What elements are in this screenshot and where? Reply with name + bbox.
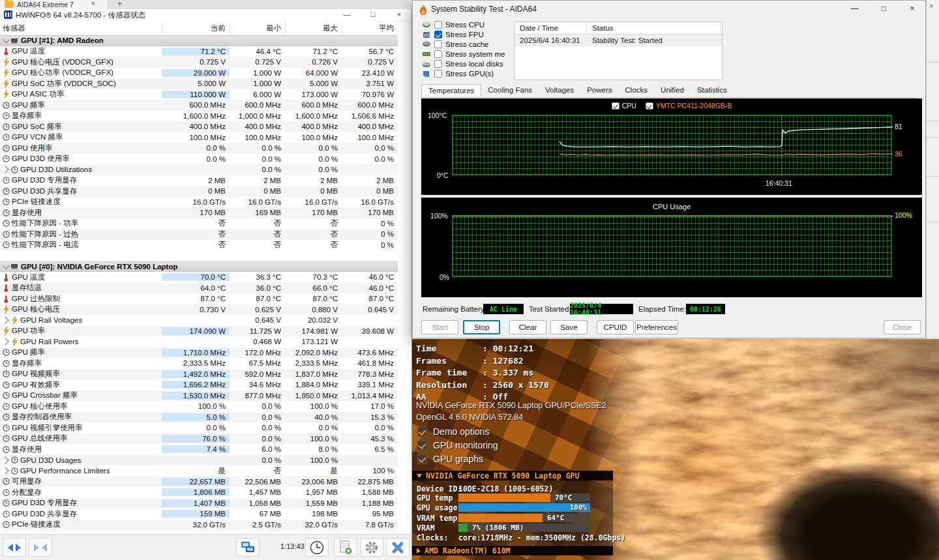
tab-unified[interactable]: Unified (654, 84, 691, 96)
chevron-right-icon[interactable] (1, 166, 8, 173)
column-header-1[interactable]: 当前 (162, 21, 230, 35)
tab-cooling-fans[interactable]: Cooling Fans (481, 84, 539, 96)
collapse-columns-button[interactable] (29, 538, 52, 557)
sensor-row[interactable]: 可用显存22,657 MB22,506 MB23,006 MB22,875 MB (0, 477, 398, 488)
sensor-row[interactable]: GPU 过热限制87.0 °C87.0 °C87.0 °C87.0 °C (0, 293, 398, 304)
sensor-row[interactable]: 显存使用170 MB169 MB170 MB170 MB (0, 207, 398, 218)
checked-checkbox[interactable] (417, 454, 427, 464)
chevron-right-icon[interactable] (1, 456, 8, 464)
sensor-row[interactable]: GPU 使用率0.0 %0.0 %0.0 %0.0 % (0, 143, 398, 154)
clear-button[interactable]: Clear (509, 320, 546, 334)
tab-close-icon[interactable]: × (91, 0, 95, 7)
sensor-row[interactable]: PCIe 链接速度32.0 GT/s2.5 GT/s32.0 GT/s7.8 G… (0, 520, 398, 531)
sensor-row[interactable]: GPU D3D 使用率0.0 %0.0 %0.0 %0.0 % (0, 154, 398, 165)
legend-item[interactable]: CPU (612, 102, 636, 110)
sensor-row[interactable]: GPU 视频引擎使用率0.0 %0.0 %0.0 %0.0 % (0, 422, 398, 434)
sensor-row[interactable]: 性能下降原因 - 功率否否否0 % (0, 218, 398, 229)
sensor-row[interactable]: GPU SoC 频率400.0 MHz400.0 MHz400.0 MHz400… (0, 121, 398, 132)
close-test-button[interactable]: Close (884, 320, 921, 334)
minimize-button[interactable]: — (841, 1, 869, 18)
chevron-down-icon[interactable] (3, 36, 10, 43)
cpuid-button[interactable]: CPUID (597, 320, 634, 334)
sensor-row[interactable]: GPU Performance Limiters是否是100 % (0, 465, 398, 477)
tab-temperatures[interactable]: Temperatures (421, 84, 481, 96)
tab-powers[interactable]: Powers (580, 84, 618, 96)
stress-option-stress-cache[interactable]: Stress cache (422, 40, 488, 49)
tab-clocks[interactable]: Clocks (619, 84, 655, 96)
sensor-table-header[interactable]: 传感器当前最小最大平均 (0, 21, 398, 36)
column-header-3[interactable]: 最大 (285, 21, 342, 35)
sensor-row[interactable]: 显存结温64.0 °C36.0 °C66.0 °C46.0 °C (0, 283, 398, 294)
sensor-row[interactable]: GPU D3D 共享显存0 MB0 MB0 MB0 MB (0, 186, 398, 197)
chevron-right-icon[interactable] (1, 317, 8, 324)
sensor-row[interactable]: GPU D3D Usages0.0 %100.0 % (0, 455, 398, 466)
legend-checkbox[interactable] (646, 102, 653, 110)
column-header-0[interactable]: 传感器 (0, 21, 162, 35)
sensor-row[interactable]: GPU 总线使用率76.0 %0.0 %100.0 %45.3 % (0, 434, 398, 445)
expand-columns-button[interactable] (3, 538, 26, 557)
stress-option-stress-fpu[interactable]: 123Stress FPU (422, 30, 484, 39)
legend-checkbox[interactable] (612, 102, 619, 110)
chevron-right-icon[interactable] (1, 338, 8, 346)
sensor-row[interactable]: 显存使用7.4 %6.0 %8.0 %6.5 % (0, 444, 398, 455)
option-gpu-graphs[interactable]: GPU graphs (417, 454, 483, 464)
sensor-row[interactable]: GPU 核心电压0.730 V0.625 V0.880 V0.645 V (0, 304, 398, 316)
sensor-row[interactable]: 分配显存1,806 MB1,457 MB1,957 MB1,588 MB (0, 487, 398, 498)
save-button[interactable]: Save (550, 320, 588, 334)
sensor-row[interactable]: GPU 温度70.0 °C36.3 °C70.3 °C46.0 °C (0, 272, 398, 283)
checked-checkbox[interactable] (417, 427, 427, 437)
tab-statistics[interactable]: Statistics (691, 84, 734, 96)
sensor-row[interactable]: 显存频率1,600.0 MHz1,000.0 MHz1,600.0 MHz1,5… (0, 111, 398, 122)
sensor-row[interactable]: GPU ASIC 功率110.000 W6.000 W173.000 W70.9… (0, 89, 398, 100)
sensor-section-header[interactable]: GPU [#0]: NVIDIA GeForce RTX 5090 Laptop (0, 261, 398, 273)
sensor-row[interactable]: GPU D3D 专用显存1,407 MB1,058 MB1,559 MB1,18… (0, 498, 398, 509)
legend-item[interactable]: YMTC PC411-2048GB-B (646, 102, 732, 110)
option-gpu-monitoring[interactable]: GPU monitoring (417, 440, 498, 450)
column-header-4[interactable]: 平均 (342, 21, 398, 35)
checkbox[interactable] (434, 40, 442, 48)
checkbox[interactable] (434, 50, 442, 58)
sensor-row[interactable]: GPU D3D Utilizations0.0 %0.0 % (0, 164, 398, 175)
sensor-row[interactable]: GPU 温度71.2 °C46.4 °C71.2 °C56.7 °C (0, 46, 398, 57)
sensor-row[interactable]: GPU 核心功率 (VDDCR_GFX)29.000 W1.000 W64.00… (0, 68, 398, 79)
sensor-row[interactable]: GPU Rail Voltages0.645 V20.032 V (0, 315, 398, 326)
sensor-row[interactable]: 性能下降原因 - 过热否否否0 % (0, 229, 398, 240)
close-button[interactable]: × (898, 1, 927, 18)
sensor-row[interactable]: GPU 频率1,710.0 MHz172.0 MHz2,092.0 MHz473… (0, 347, 398, 359)
log-row[interactable]: 2025/6/4 16:40:31Stability Test: Started (514, 35, 722, 46)
settings-gear-button[interactable] (360, 538, 383, 557)
new-tab-icon[interactable]: + (117, 0, 122, 8)
sensor-row[interactable]: GPU 功率174.090 W11.725 W174.981 W39.608 W (0, 326, 398, 337)
checkbox[interactable] (434, 21, 442, 29)
nvidia-gpu-header[interactable]: NVIDIA GeForce RTX 5090 Laptop GPU (412, 471, 613, 480)
checked-checkbox[interactable] (417, 441, 427, 450)
sensor-row[interactable]: GPU Crossbar 频率1,530.0 MHz877.0 MHz1,950… (0, 391, 398, 402)
checkbox[interactable] (434, 70, 442, 78)
close-icon[interactable]: × (929, 2, 933, 10)
checkbox[interactable] (434, 31, 442, 38)
stability-log-table[interactable]: Date / Time Status 2025/6/4 16:40:31Stab… (514, 22, 723, 80)
maximize-button[interactable]: □ (360, 9, 386, 21)
report-add-button[interactable] (334, 538, 357, 557)
stress-option-stress-local-disks[interactable]: Stress local disks (422, 59, 503, 68)
column-header-2[interactable]: 最小 (230, 21, 285, 35)
sensor-row[interactable]: GPU 视频频率1,492.0 MHz592.0 MHz1,837.0 MHz7… (0, 369, 398, 380)
start-button[interactable]: Start (421, 320, 458, 334)
stress-option-stress-gpu-s-[interactable]: Stress GPU(s) (422, 69, 494, 78)
sensor-row[interactable]: GPU Rail Powers0.468 W173.121 W (0, 336, 398, 347)
minimize-button[interactable]: — (334, 9, 360, 21)
sensor-row[interactable]: GPU 有效频率1,696.2 MHz34.6 MHz1,884.0 MHz33… (0, 379, 398, 391)
stress-option-stress-system-memory[interactable]: Stress system memory (422, 50, 505, 59)
stop-button[interactable]: Stop (463, 320, 500, 334)
amd-gpu-header[interactable]: AMD Radeon(TM) 610M (412, 546, 613, 555)
remote-sensor-button[interactable] (236, 538, 260, 557)
chevron-down-icon[interactable] (3, 262, 10, 269)
sensor-row[interactable]: GPU D3D 专用显存2 MB2 MB2 MB2 MB (0, 175, 398, 186)
checkbox[interactable] (434, 60, 442, 68)
sensor-row[interactable]: 显存控制器使用率5.0 %0.0 %40.0 %15.3 % (0, 412, 398, 423)
sensor-row[interactable]: GPU 频率600.0 MHz600.0 MHz600.0 MHz600.0 M… (0, 100, 398, 111)
chevron-right-icon[interactable] (1, 467, 8, 475)
tab-voltages[interactable]: Voltages (539, 84, 580, 96)
sensor-section-header[interactable]: GPU [#1]: AMD Radeon (0, 35, 398, 46)
sensor-row[interactable]: 显存频率2,333.5 MHz67.5 MHz2,333.5 MHz461.8 … (0, 358, 398, 369)
